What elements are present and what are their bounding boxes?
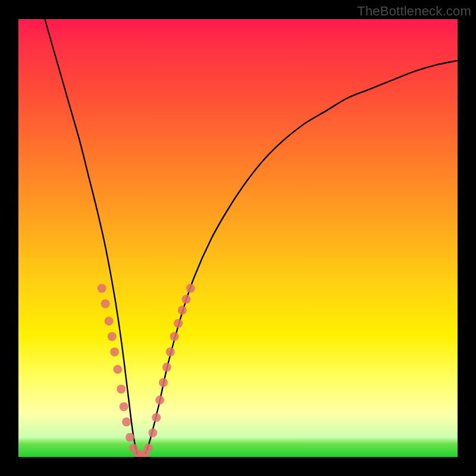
sample-dot xyxy=(108,332,117,341)
sample-dot xyxy=(110,347,119,356)
sample-dot xyxy=(162,363,171,372)
sample-dot xyxy=(144,444,153,453)
sample-dot xyxy=(101,299,110,308)
sample-dot xyxy=(170,332,179,341)
watermark-text: TheBottleneck.com xyxy=(357,4,471,19)
sample-dot xyxy=(105,317,114,325)
plot-area xyxy=(18,19,458,457)
sample-dot xyxy=(152,413,161,422)
marker-group xyxy=(98,284,195,457)
sample-dot xyxy=(174,319,183,328)
sample-dot xyxy=(166,347,175,356)
sample-dot xyxy=(155,396,164,405)
sample-dot xyxy=(148,428,157,437)
sample-dot xyxy=(117,384,126,393)
sample-dot xyxy=(186,284,195,293)
sample-dot xyxy=(178,306,187,315)
sample-dot xyxy=(181,295,190,304)
chart-frame: TheBottleneck.com xyxy=(0,0,476,476)
sample-dot xyxy=(126,433,134,441)
bottleneck-curve xyxy=(45,19,458,456)
sample-dot xyxy=(113,365,122,374)
sample-dot xyxy=(122,418,131,427)
sample-dot xyxy=(120,402,129,411)
sample-dot xyxy=(159,378,168,387)
sample-dot xyxy=(98,284,107,293)
curve-layer xyxy=(18,19,458,457)
